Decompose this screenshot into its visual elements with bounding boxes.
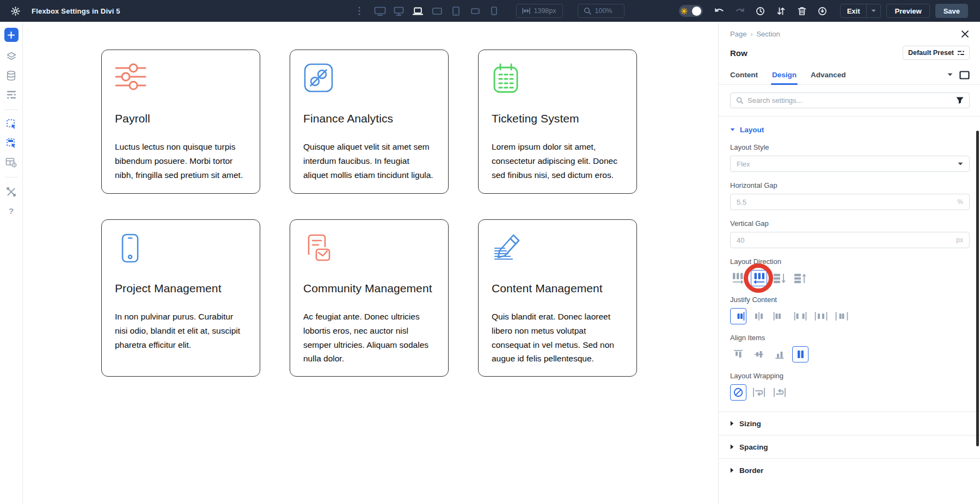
- filter-icon[interactable]: [956, 97, 964, 104]
- module-select-active-icon[interactable]: [4, 136, 19, 150]
- portability-icon[interactable]: [815, 3, 830, 19]
- layout-style-select[interactable]: Flex: [730, 156, 970, 172]
- settings-search[interactable]: [730, 93, 970, 108]
- trash-icon[interactable]: [794, 3, 810, 19]
- direction-row-icon[interactable]: [730, 270, 746, 286]
- layout-wrapping-label: Layout Wrapping: [730, 372, 970, 380]
- layout-direction-label: Layout Direction: [730, 257, 970, 266]
- gear-icon[interactable]: [8, 3, 23, 19]
- search-input[interactable]: [748, 96, 952, 105]
- card-title[interactable]: Project Management: [115, 282, 247, 295]
- breadcrumb: Page › Section: [719, 29, 980, 39]
- database-icon[interactable]: [4, 69, 19, 83]
- wrap-icon[interactable]: [751, 384, 767, 401]
- card-payroll[interactable]: Payroll Luctus lectus non quisque turpis…: [101, 50, 260, 194]
- direction-row-reverse-icon[interactable]: [751, 270, 767, 286]
- chevron-down-icon[interactable]: [947, 73, 953, 77]
- link-icon: [303, 63, 435, 94]
- direction-column-reverse-icon[interactable]: [792, 270, 808, 286]
- card-body[interactable]: Luctus lectus non quisque turpis bibendu…: [115, 140, 247, 182]
- card-title[interactable]: Finance Analytics: [303, 112, 435, 125]
- help-icon[interactable]: ?: [4, 204, 19, 218]
- module-select-icon[interactable]: [4, 117, 19, 131]
- panel-title: Row: [730, 48, 748, 58]
- justify-center-icon[interactable]: [751, 308, 767, 324]
- desktop-large-icon[interactable]: [373, 4, 387, 18]
- tablet-landscape-icon[interactable]: [430, 4, 444, 18]
- frame-icon[interactable]: [959, 71, 970, 79]
- save-button[interactable]: Save: [935, 4, 968, 18]
- preview-button[interactable]: Preview: [886, 4, 929, 18]
- exit-caret-icon[interactable]: [866, 4, 880, 17]
- justify-flex-start-icon[interactable]: [730, 308, 746, 324]
- card-body[interactable]: Quisque aliquet velit sit amet sem inter…: [303, 140, 435, 182]
- card-title[interactable]: Content Management: [492, 282, 623, 295]
- undo-icon[interactable]: [712, 3, 727, 19]
- card-ticketing-system[interactable]: Ticketing System Lorem ipsum dolor sit a…: [478, 50, 637, 194]
- tools-icon[interactable]: [4, 185, 19, 199]
- tab-content[interactable]: Content: [730, 67, 758, 84]
- wrap-reverse-icon[interactable]: [771, 384, 788, 401]
- tablet-portrait-icon[interactable]: [449, 4, 463, 18]
- justify-space-around-icon[interactable]: [813, 308, 829, 324]
- fit-width-icon: [522, 8, 530, 14]
- panel-scrollbar[interactable]: [976, 131, 979, 446]
- exit-button[interactable]: Exit: [840, 4, 881, 18]
- close-icon[interactable]: [960, 29, 970, 39]
- align-baseline-icon[interactable]: [771, 346, 788, 362]
- vertical-gap-input[interactable]: px: [730, 232, 970, 248]
- card-finance-analytics[interactable]: Finance Analytics Quisque aliquet velit …: [290, 50, 449, 194]
- list-icon[interactable]: [4, 88, 19, 102]
- align-center-icon[interactable]: [751, 346, 767, 362]
- table-clock-icon[interactable]: [4, 155, 19, 169]
- card-title[interactable]: Payroll: [115, 112, 247, 125]
- layers-icon[interactable]: [4, 50, 19, 64]
- section-sizing[interactable]: Sizing: [719, 411, 980, 435]
- panel-tabs: Content Design Advanced: [719, 67, 980, 85]
- history-icon[interactable]: [753, 3, 768, 19]
- justify-flex-end-icon[interactable]: [771, 308, 788, 324]
- section-spacing[interactable]: Spacing: [719, 435, 980, 458]
- builder-mode-toggle[interactable]: [679, 5, 703, 17]
- default-preset-button[interactable]: Default Preset: [903, 46, 970, 60]
- settings-panel: Page › Section Row Default Preset Conten…: [718, 22, 980, 504]
- section-border[interactable]: Border: [719, 458, 980, 482]
- justify-space-evenly-icon[interactable]: [834, 308, 850, 324]
- card-body[interactable]: Lorem ipsum dolor sit amet, consectetur …: [492, 140, 623, 182]
- breadcrumb-section[interactable]: Section: [756, 30, 780, 38]
- tab-advanced[interactable]: Advanced: [811, 67, 846, 84]
- card-title[interactable]: Community Management: [303, 282, 435, 295]
- canvas-width-field[interactable]: 1398px: [516, 4, 563, 18]
- justify-space-between-icon[interactable]: [792, 308, 808, 324]
- horizontal-gap-input[interactable]: %: [730, 194, 970, 210]
- direction-column-icon[interactable]: [771, 270, 788, 286]
- card-project-management[interactable]: Project Management In non pulvinar purus…: [101, 219, 260, 377]
- sort-arrows-icon[interactable]: [774, 3, 789, 19]
- phone-landscape-icon[interactable]: [468, 4, 482, 18]
- horizontal-gap-value[interactable]: [737, 198, 957, 206]
- vertical-gap-value[interactable]: [737, 236, 956, 244]
- card-content-management[interactable]: Content Management Quis blandit erat. Do…: [478, 219, 637, 377]
- align-flex-start-icon[interactable]: [730, 346, 746, 362]
- chevron-down-icon: [958, 162, 963, 166]
- redo-icon[interactable]: [732, 3, 748, 19]
- dots-menu-icon[interactable]: [352, 3, 367, 19]
- section-layout[interactable]: Layout: [730, 126, 970, 134]
- tab-design[interactable]: Design: [772, 67, 797, 84]
- plus-icon[interactable]: [4, 28, 19, 42]
- card-community-management[interactable]: Community Management Ac feugiat ante. Do…: [290, 219, 449, 377]
- laptop-icon[interactable]: [411, 4, 425, 18]
- breadcrumb-page[interactable]: Page: [730, 30, 746, 38]
- align-stretch-icon[interactable]: [792, 346, 808, 362]
- zoom-level-field[interactable]: 100%: [578, 4, 624, 18]
- card-body[interactable]: Quis blandit erat. Donec laoreet libero …: [492, 310, 623, 366]
- card-body[interactable]: In non pulvinar purus. Curabitur nisi od…: [115, 310, 247, 352]
- desktop-icon[interactable]: [392, 4, 406, 18]
- breadcrumb-separator: ›: [750, 30, 752, 38]
- search-icon: [736, 97, 743, 104]
- no-wrap-icon[interactable]: [730, 384, 746, 401]
- phone-portrait-icon[interactable]: [487, 4, 501, 18]
- card-title[interactable]: Ticketing System: [492, 112, 623, 125]
- card-body[interactable]: Ac feugiat ante. Donec ultricies loborti…: [303, 310, 435, 366]
- vertical-gap-label: Vertical Gap: [730, 219, 970, 228]
